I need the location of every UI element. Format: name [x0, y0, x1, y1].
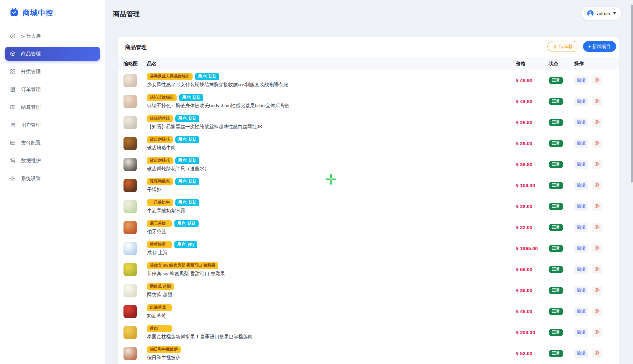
delete-button[interactable]: 删 [592, 118, 602, 127]
shop-tag: 菲律宾 sw 蜂蜜凤梨 香甜可口 整颗果 [147, 262, 218, 269]
table-row: 一只酸奶牛 用户: 菇菇 牛油果酸奶紫米露 ¥ 28.00 正常 编辑 删 [123, 196, 609, 217]
gauge-icon [10, 33, 16, 39]
table-row: 喵喵萌丝袜 用户: 菇菇 【知雪】易撕黑丝一次性纯欲丝袜超薄性感白丝网红JK ¥… [123, 112, 609, 133]
user-tag: 用户: 菇菇 [175, 178, 200, 185]
user-tag: 用户: 菇菇 [175, 115, 200, 122]
sidebar-item-dashboard[interactable]: 运营大屏 [5, 29, 100, 43]
edit-button[interactable]: 编辑 [574, 265, 588, 274]
edit-button[interactable]: 编辑 [574, 97, 588, 106]
avatar-icon [587, 10, 594, 17]
sidebar-item-products[interactable]: 商品管理 [5, 47, 100, 61]
pending-review-button[interactable]: 待审核 [547, 41, 578, 52]
sidebar-item-users[interactable]: 用户管理 [5, 118, 100, 132]
table-row: 破店烂蹄花 用户: 菇菇 破店鲜炖蹄花半只（送蘸水） ¥ 38.80 正常 编辑… [123, 154, 609, 175]
edit-button[interactable]: 编辑 [574, 244, 588, 253]
product-name: 破店鲜炖蹄花半只（送蘸水） [147, 166, 501, 172]
hourglass-icon [552, 44, 557, 49]
shop-tag: 莲肉 [147, 325, 172, 332]
product-name: 破店粉蒸牛肉 [147, 145, 501, 151]
status-badge: 正常 [549, 224, 563, 231]
delete-button[interactable]: 删 [592, 202, 602, 211]
product-name: 网纹瓜 超甜 [147, 292, 501, 298]
sidebar-item-settings[interactable]: 系统设置 [5, 172, 100, 186]
delete-button[interactable]: 删 [592, 160, 602, 169]
edit-button[interactable]: 编辑 [574, 118, 588, 127]
table-row: 菲律宾 sw 蜂蜜凤梨 香甜可口 整颗果 菲律宾 sw 蜂蜜凤梨 香甜可口 整颗… [123, 259, 609, 280]
status-badge: 正常 [549, 287, 563, 294]
delete-button[interactable]: 删 [592, 244, 602, 253]
table-row: 奶油草莓 奶油草莓 ¥ 46.00 正常 编辑 删 [123, 301, 609, 322]
sidebar-item-label: 系统设置 [21, 175, 41, 182]
edit-button[interactable]: 编辑 [574, 181, 588, 190]
sidebar-item-label: 支付配置 [21, 140, 41, 146]
product-name: 干锅虾 [147, 187, 501, 193]
edit-button[interactable]: 编辑 [574, 139, 588, 148]
sidebar-item-settlement[interactable]: 结算管理 [5, 100, 100, 114]
app-title: 商城中控 [23, 8, 53, 18]
sidebar-item-orders[interactable]: 订单管理 [5, 82, 100, 96]
edit-button[interactable]: 编辑 [574, 76, 588, 85]
user-menu[interactable]: admin [581, 7, 621, 20]
delete-button[interactable]: 删 [592, 76, 602, 85]
delete-button[interactable]: 删 [592, 181, 602, 190]
product-thumbnail [123, 326, 137, 339]
status-badge: 正常 [549, 203, 563, 210]
product-thumbnail [123, 74, 137, 87]
product-name: 【知雪】易撕黑丝一次性纯欲丝袜超薄性感白丝网红JK [147, 124, 501, 130]
table-header: 缩略图 品名 价格 状态 操作 [118, 58, 619, 70]
column-header-thumbnail: 缩略图 [123, 61, 147, 67]
shop-tag: 喵喵萌丝袜 [147, 115, 173, 122]
delete-button[interactable]: 删 [592, 307, 602, 316]
edit-button[interactable]: 编辑 [574, 202, 588, 211]
status-badge: 正常 [549, 140, 563, 147]
edit-button[interactable]: 编辑 [574, 328, 588, 337]
shop-tag: 携程旅游 [147, 241, 172, 248]
page-title: 商品管理 [105, 0, 633, 18]
delete-button[interactable]: 删 [592, 139, 602, 148]
column-header-actions: 操作 [574, 61, 609, 67]
product-management-card: 商品管理 待审核 + 新增项目 缩略图 品名 价格 [118, 37, 619, 364]
product-price: ¥ 46.00 [506, 309, 549, 314]
user-tag: 用户: 菇菇 [179, 94, 203, 101]
product-thumbnail [123, 347, 137, 360]
product-thumbnail [123, 242, 137, 255]
edit-button[interactable]: 编辑 [574, 307, 588, 316]
edit-button[interactable]: 编辑 [574, 160, 588, 169]
card-actions: 待审核 + 新增项目 [547, 41, 616, 52]
edit-button[interactable]: 编辑 [574, 223, 588, 232]
package-icon [10, 51, 16, 57]
vertical-scrollbar[interactable] [631, 4, 633, 183]
product-price: ¥ 1865.00 [506, 246, 549, 251]
edit-button[interactable]: 编辑 [574, 349, 588, 358]
product-thumbnail [123, 221, 137, 234]
product-price: ¥ 49.80 [506, 99, 549, 104]
sidebar-item-payment[interactable]: 支付配置 [5, 136, 100, 150]
sidebar-item-label: 运营大屏 [21, 33, 41, 39]
sidebar-item-categories[interactable]: 分类管理 [5, 65, 100, 79]
column-header-name: 品名 [147, 61, 506, 67]
delete-button[interactable]: 删 [592, 328, 602, 337]
gear-icon [10, 175, 16, 182]
product-thumbnail [123, 200, 137, 213]
sidebar-item-data[interactable]: 数据维护 [5, 154, 100, 168]
delete-button[interactable]: 删 [592, 97, 602, 106]
delete-button[interactable]: 删 [592, 265, 602, 274]
edit-button[interactable]: 编辑 [574, 286, 588, 295]
credit-card-icon [10, 140, 16, 146]
users-icon [10, 122, 16, 128]
status-badge: 正常 [549, 245, 563, 252]
delete-button[interactable]: 删 [592, 223, 602, 232]
add-item-button[interactable]: + 新增项目 [583, 41, 616, 52]
document-icon [10, 86, 16, 93]
shop-tag: 嘎嘎鸭脑壳 [147, 178, 173, 185]
shop-tag: 朵香遇成人用品旗舰店 [147, 73, 193, 80]
user-tag: 用户: 菇菇 [175, 157, 200, 164]
sidebar-item-label: 商品管理 [21, 51, 41, 57]
shop-tag: 破店烂蹄花 [147, 136, 173, 143]
delete-button[interactable]: 删 [592, 349, 602, 358]
user-name: admin [597, 11, 610, 16]
delete-button[interactable]: 删 [592, 286, 602, 295]
table-row: 朵香遇成人用品旗舰店 用户: 菇菇 少女风性感吊带女仆装蝴蝶结抹胸穿搭收腰cos… [123, 70, 609, 91]
grid-icon [10, 68, 16, 75]
user-tag: 用户: 菇菇 [195, 73, 219, 80]
